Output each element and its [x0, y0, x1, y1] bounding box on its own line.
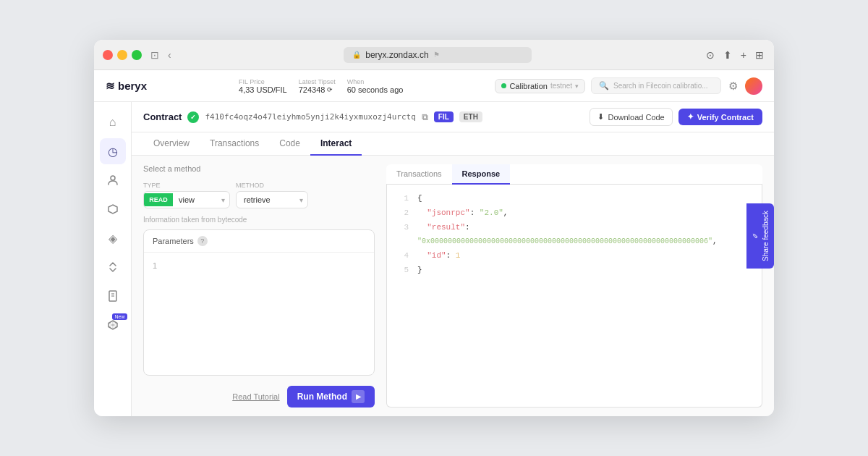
new-tab-icon[interactable]: + [739, 48, 748, 62]
read-badge: READ [144, 193, 173, 206]
latest-tipset-stat: Latest Tipset 724348 ⟳ [299, 78, 336, 94]
fil-token-badge[interactable]: FIL [434, 111, 454, 122]
verify-icon: ✦ [687, 112, 694, 122]
sidebar-item-activity[interactable]: ◷ [100, 138, 126, 164]
line-num-5: 5 [397, 263, 409, 278]
method-selector[interactable]: retrieve ▾ [236, 191, 308, 208]
contract-address: f410fc4oqz4o47leiyhmo5ynji2k4iyxmuxozj4u… [205, 112, 415, 122]
fil-price-label: FIL Price [239, 78, 265, 85]
contract-label: Contract [143, 111, 182, 122]
header-actions: ⬇ Download Code ✦ Verify Contract [590, 108, 762, 126]
topbar-stats: FIL Price 4,33 USD/FIL Latest Tipset 724… [156, 78, 486, 94]
sidebar-item-arrows[interactable] [100, 254, 126, 280]
minimize-btn[interactable] [117, 50, 127, 60]
app-logo: ≋ beryx [106, 80, 147, 93]
browser-chrome: ⊡ ‹ 🔒 beryx.zondax.ch ⚑ ⊙ ⬆ + ⊞ [94, 40, 774, 70]
network-selector[interactable]: Calibration testnet ▾ [495, 79, 585, 93]
param-row-1: 1 [153, 258, 365, 273]
parameters-body: 1 [144, 253, 374, 375]
type-select[interactable]: view [173, 192, 217, 208]
response-tabs: Transactions Response [386, 164, 762, 185]
feedback-label: Share feedback [762, 211, 770, 261]
resp-tab-transactions[interactable]: Transactions [386, 164, 452, 185]
response-body: 1 { 2 "jsonrpc": "2.0", 3 [386, 185, 762, 408]
tab-overview[interactable]: Overview [143, 132, 200, 156]
download-icon: ⬇ [597, 112, 604, 122]
resp-tab-response[interactable]: Response [452, 164, 511, 185]
tab-transactions[interactable]: Transactions [200, 132, 269, 156]
account-icon[interactable]: ⊙ [705, 48, 716, 62]
svg-point-0 [111, 176, 115, 180]
sidebar-item-home[interactable]: ⌂ [100, 109, 126, 135]
url-text: beryx.zondax.ch [365, 50, 428, 60]
verified-badge: ✓ [187, 111, 199, 123]
fil-price-stat: FIL Price 4,33 USD/FIL [239, 78, 287, 94]
sidebar-toggle-icon[interactable]: ⊡ [150, 49, 159, 61]
code-line-3: 3 "result": "0x0000000000000000000000000… [397, 221, 752, 250]
tab-interact[interactable]: Interact [310, 132, 362, 156]
interact-area: Select a method Type READ view ▾ [132, 156, 774, 416]
sync-icon: ⟳ [327, 86, 333, 93]
maximize-btn[interactable] [132, 50, 142, 60]
network-status-dot [501, 83, 506, 88]
close-btn[interactable] [103, 50, 113, 60]
sidebar-item-drop[interactable]: ◈ [100, 225, 126, 251]
parameters-header: Parameters ? [144, 230, 374, 253]
app-container: ≋ beryx FIL Price 4,33 USD/FIL Latest Ti… [94, 70, 774, 416]
app-layout: ⌂ ◷ ◈ [94, 102, 774, 416]
sidebar: ⌂ ◷ ◈ [94, 102, 132, 416]
type-selector[interactable]: READ view ▾ [143, 191, 230, 208]
method-chevron-icon: ▾ [295, 196, 307, 204]
download-code-button[interactable]: ⬇ Download Code [590, 108, 672, 126]
settings-icon[interactable]: ⚙ [727, 78, 739, 94]
line-content-5: } [417, 263, 422, 278]
back-arrow-icon[interactable]: ‹ [168, 49, 171, 61]
line-content-3: "result": "0x000000000000000000000000000… [417, 221, 752, 250]
share-feedback-button[interactable]: ✎ Share feedback [746, 203, 774, 269]
fil-price-value: 4,33 USD/FIL [239, 85, 287, 94]
line-content-1: { [417, 192, 422, 206]
network-sub: testnet [550, 82, 572, 90]
help-icon[interactable]: ? [197, 236, 208, 246]
share-icon[interactable]: ⬆ [722, 48, 733, 62]
method-selector-group: Method retrieve ▾ [236, 182, 308, 208]
info-text: Information taken from bytecode [143, 216, 375, 224]
lock-icon: 🔒 [352, 51, 361, 59]
run-method-button[interactable]: Run Method ▶ [287, 386, 375, 408]
line-num-3: 3 [397, 221, 409, 250]
tabs-bar: Overview Transactions Code Interact [132, 132, 774, 156]
method-label: Method [236, 182, 308, 189]
eth-token-badge[interactable]: ETH [459, 111, 482, 122]
sidebar-item-cube[interactable] [100, 312, 126, 338]
logo-text: beryx [118, 80, 147, 92]
verify-contract-button[interactable]: ✦ Verify Contract [678, 109, 762, 125]
topbar: ≋ beryx FIL Price 4,33 USD/FIL Latest Ti… [94, 70, 774, 102]
extensions-icon[interactable]: ⊞ [754, 48, 765, 62]
line-content-4: "id": 1 [417, 249, 460, 263]
sidebar-item-doc[interactable] [100, 283, 126, 309]
type-chevron-icon: ▾ [217, 196, 229, 204]
avatar[interactable] [745, 77, 762, 95]
param-input-1[interactable] [170, 261, 365, 270]
method-select[interactable]: retrieve [237, 192, 295, 208]
bookmark-icon: ⚑ [433, 51, 440, 59]
network-name: Calibration [509, 82, 548, 90]
address-bar: 🔒 beryx.zondax.ch ⚑ [177, 47, 699, 63]
when-label: When [347, 78, 365, 85]
code-line-4: 4 "id": 1 [397, 249, 752, 263]
bottom-actions: Read Tutorial Run Method ▶ [143, 381, 375, 408]
run-play-icon: ▶ [352, 390, 365, 403]
copy-icon[interactable]: ⧉ [422, 112, 428, 122]
search-bar[interactable]: 🔍 Search in Filecoin calibratio... [591, 77, 721, 94]
type-selector-group: Type READ view ▾ [143, 182, 230, 208]
run-method-label: Run Method [297, 392, 347, 402]
read-tutorial-link[interactable]: Read Tutorial [232, 392, 279, 401]
sidebar-item-network[interactable] [100, 196, 126, 222]
code-line-5: 5 } [397, 263, 752, 278]
sidebar-item-users[interactable] [100, 167, 126, 193]
tab-code[interactable]: Code [269, 132, 310, 156]
method-selectors: Type READ view ▾ Method [143, 182, 375, 208]
latest-tipset-value: 724348 ⟳ [299, 85, 333, 94]
right-panel: Transactions Response 1 { 2 "j [386, 164, 762, 408]
svg-marker-1 [109, 205, 117, 214]
